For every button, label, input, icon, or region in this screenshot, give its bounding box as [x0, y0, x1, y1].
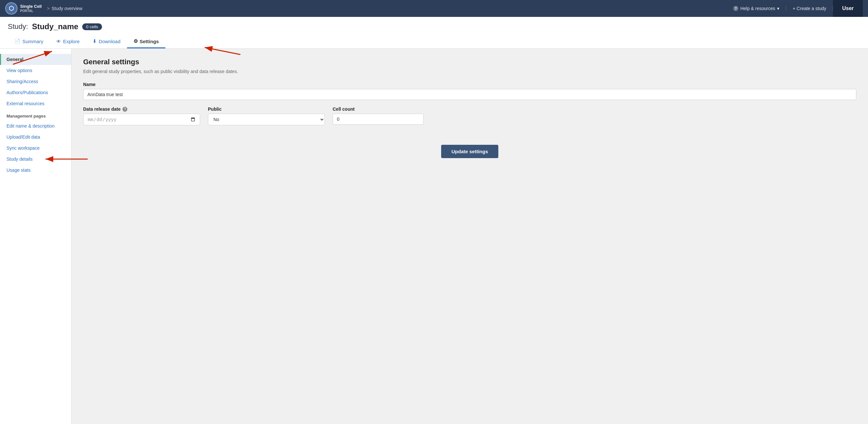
sidebar-item-edit-name[interactable]: Edit name & description — [0, 121, 71, 131]
cell-count-input[interactable] — [333, 113, 424, 125]
brand-logo-icon: ⬡ — [5, 2, 18, 14]
name-label: Name — [83, 82, 856, 87]
help-circle-icon: ? — [733, 6, 738, 11]
date-help-icon: ? — [122, 107, 127, 112]
public-select[interactable]: No Yes — [208, 113, 325, 125]
sidebar-item-authors[interactable]: Authors/Publications — [0, 87, 71, 98]
panel-title: General settings — [83, 58, 856, 66]
date-form-col: Data release date ? — [83, 106, 200, 125]
sidebar-item-external[interactable]: External resources — [0, 98, 71, 109]
download-icon: ⬇ — [93, 38, 97, 44]
tab-settings[interactable]: ⚙ Settings — [127, 35, 165, 48]
settings-form-row: Data release date ? Public No Yes Cell c… — [83, 106, 856, 125]
cell-count-label: Cell count — [333, 106, 424, 112]
name-input[interactable] — [83, 89, 856, 100]
name-form-group: Name — [83, 82, 856, 100]
sidebar-item-upload-edit[interactable]: Upload/Edit data — [0, 131, 71, 142]
explore-icon: 👁 — [56, 39, 61, 44]
general-settings-panel: General settings Edit general study prop… — [71, 49, 868, 424]
study-prefix-label: Study: — [8, 23, 28, 31]
topnav-right: ? Help & resources ▾ + Create a study Us… — [727, 0, 863, 17]
sidebar-item-view-options[interactable]: View options — [0, 65, 71, 76]
public-label: Public — [208, 106, 325, 112]
breadcrumb-chevron: > — [47, 6, 50, 11]
public-form-col: Public No Yes — [208, 106, 325, 125]
main-content: General View options Sharing/Access Auth… — [0, 49, 868, 424]
update-btn-row: Update settings — [83, 145, 856, 158]
management-section-label: Management pages — [0, 109, 71, 121]
study-header: Study: Study_name 0 cells 📄 Summary 👁 Ex… — [0, 17, 868, 49]
create-study-button[interactable]: + Create a study — [786, 6, 833, 11]
sidebar-item-study-details[interactable]: Study details — [0, 154, 71, 165]
date-input[interactable] — [83, 113, 200, 125]
breadcrumb: > Study overview — [47, 6, 82, 11]
settings-sidebar: General View options Sharing/Access Auth… — [0, 49, 71, 424]
sidebar-item-general[interactable]: General — [0, 54, 71, 65]
tab-summary[interactable]: 📄 Summary — [8, 35, 50, 48]
settings-icon: ⚙ — [133, 38, 138, 44]
study-tabs: 📄 Summary 👁 Explore ⬇ Download ⚙ Setting… — [8, 35, 860, 48]
study-name: Study_name — [32, 22, 78, 31]
user-menu-button[interactable]: User — [833, 0, 863, 17]
tab-download[interactable]: ⬇ Download — [86, 35, 127, 48]
sidebar-item-usage-stats[interactable]: Usage stats — [0, 165, 71, 176]
update-settings-button[interactable]: Update settings — [441, 145, 499, 158]
help-resources-button[interactable]: ? Help & resources ▾ — [727, 6, 786, 11]
cell-count-form-col: Cell count — [333, 106, 424, 125]
date-label: Data release date ? — [83, 106, 200, 112]
sidebar-item-sharing[interactable]: Sharing/Access — [0, 76, 71, 87]
tab-explore[interactable]: 👁 Explore — [50, 35, 86, 48]
brand-logo-area[interactable]: ⬡ Single Cell PORTAL — [5, 2, 41, 14]
panel-subtitle: Edit general study properties, such as p… — [83, 69, 856, 74]
sidebar-item-sync[interactable]: Sync workspace — [0, 142, 71, 154]
summary-icon: 📄 — [14, 38, 21, 44]
study-title-row: Study: Study_name 0 cells — [8, 22, 860, 31]
breadcrumb-study-overview[interactable]: Study overview — [52, 6, 83, 11]
brand-text: Single Cell PORTAL — [20, 4, 41, 13]
top-navigation: ⬡ Single Cell PORTAL > Study overview ? … — [0, 0, 868, 17]
cells-badge: 0 cells — [82, 23, 102, 30]
